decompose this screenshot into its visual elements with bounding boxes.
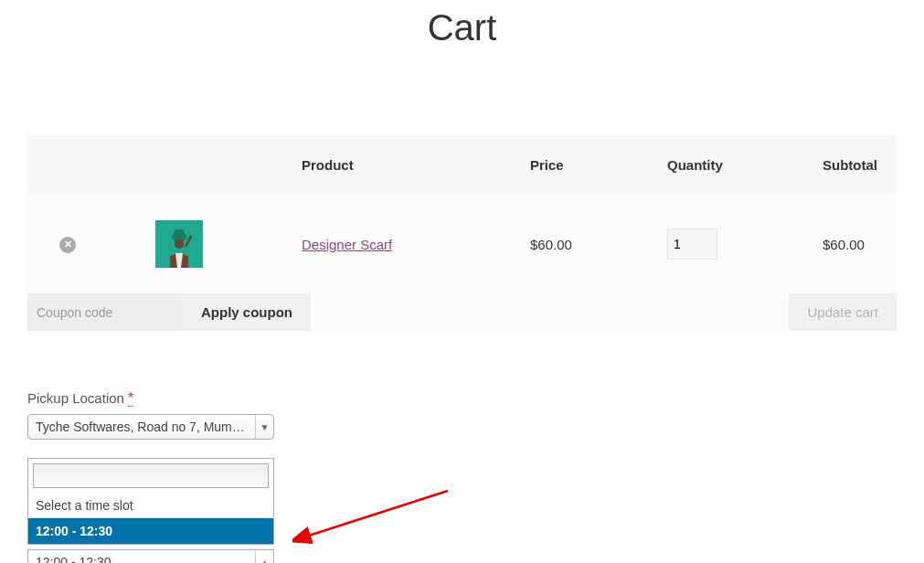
apply-coupon-button[interactable]: Apply coupon — [183, 293, 311, 331]
col-thumb-header — [110, 135, 292, 195]
chevron-up-icon: ▲ — [255, 550, 273, 563]
item-price: $60.00 — [521, 195, 658, 293]
col-product-header: Product — [292, 135, 521, 195]
required-asterisk: * — [128, 390, 133, 407]
timeslot-select[interactable]: 12:00 - 12:30 ▲ — [27, 549, 274, 563]
cart-actions-row: Apply coupon Update cart — [27, 293, 897, 331]
svg-rect-2 — [175, 229, 184, 237]
product-link[interactable]: Designer Scarf — [302, 237, 392, 252]
svg-line-5 — [306, 491, 448, 536]
timeslot-option-highlighted[interactable]: 12:00 - 12:30 — [28, 518, 273, 544]
timeslot-dropdown: Select a time slot 12:00 - 12:30 — [27, 458, 274, 545]
item-subtotal: $60.00 — [813, 195, 897, 293]
col-quantity-header: Quantity — [658, 135, 813, 195]
table-row: ✕ — [27, 195, 897, 293]
timeslot-option-placeholder[interactable]: Select a time slot — [28, 493, 273, 518]
update-cart-button[interactable]: Update cart — [789, 293, 897, 331]
remove-item-icon[interactable]: ✕ — [59, 237, 76, 253]
page-title: Cart — [27, 7, 897, 48]
annotation-arrow-icon — [292, 486, 457, 550]
pickup-location-label: Pickup Location * — [27, 390, 897, 407]
quantity-input[interactable] — [667, 228, 717, 260]
pickup-select-text: Tyche Softwares, Road no 7, Mumbai, … — [28, 415, 255, 439]
timeslot-selected-text: 12:00 - 12:30 — [28, 550, 255, 563]
col-remove-header — [27, 135, 110, 195]
col-subtotal-header: Subtotal — [813, 135, 897, 195]
actions-spacer — [311, 293, 789, 331]
table-header-row: Product Price Quantity Subtotal — [27, 135, 897, 195]
timeslot-search-input[interactable] — [33, 463, 269, 488]
coupon-input[interactable] — [27, 293, 183, 331]
svg-point-3 — [175, 239, 184, 249]
pickup-label-text: Pickup Location — [27, 390, 128, 406]
pickup-section: Pickup Location * Tyche Softwares, Road … — [27, 390, 897, 563]
col-price-header: Price — [521, 135, 658, 195]
cart-table: Product Price Quantity Subtotal ✕ — [27, 135, 897, 331]
timeslot-search-wrap — [28, 459, 273, 493]
pickup-location-select[interactable]: Tyche Softwares, Road no 7, Mumbai, … ▼ — [27, 414, 274, 440]
chevron-down-icon: ▼ — [255, 415, 273, 439]
product-thumbnail[interactable] — [155, 220, 203, 268]
